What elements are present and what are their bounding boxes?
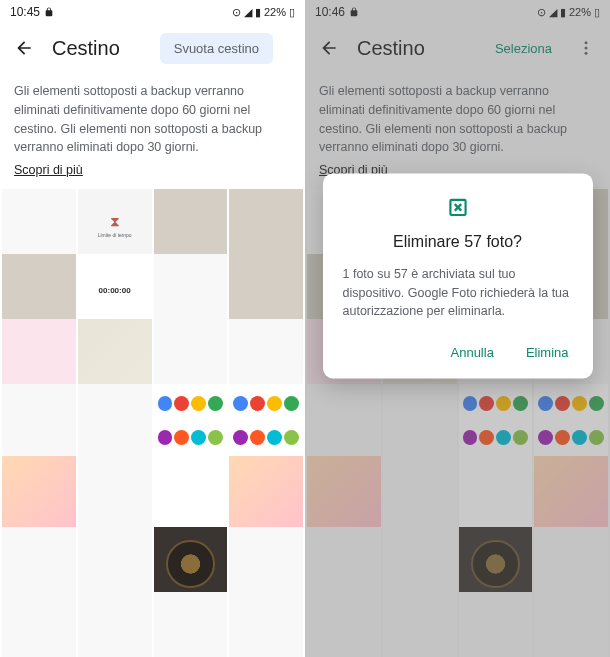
svg-point-0 [585,41,588,44]
thumbnail[interactable] [154,527,228,601]
app-bar: Cestino Seleziona [305,24,610,72]
thumbnail[interactable] [534,384,608,458]
thumbnail[interactable] [154,384,228,458]
thumbnail[interactable] [78,592,152,657]
thumbnail[interactable] [383,527,457,601]
thumbnail[interactable]: Limite di tempo [78,189,152,263]
thumbnail[interactable] [307,592,381,657]
thumbnail[interactable] [2,189,76,263]
status-time: 10:46 [315,5,345,19]
dialog-title: Eliminare 57 foto? [343,233,573,251]
back-button[interactable] [12,36,36,60]
empty-trash-button[interactable]: Svuota cestino [160,33,273,64]
signal-icon: ▮ [255,6,261,19]
thumbnail[interactable] [307,384,381,458]
trash-x-icon [444,193,472,221]
thumbnail[interactable] [78,456,152,530]
thumbnail[interactable] [154,592,228,657]
thumbnail[interactable] [229,456,303,530]
thumbnail[interactable] [534,527,608,601]
back-button[interactable] [317,36,341,60]
thumbnail[interactable] [383,456,457,530]
thumbnail[interactable] [229,189,303,263]
dialog-body: 1 foto su 57 è archiviata sul tuo dispos… [343,265,573,321]
thumbnail[interactable] [2,592,76,657]
thumbnail[interactable] [2,384,76,458]
lock-icon [44,7,54,17]
wifi-icon: ◢ [549,6,557,19]
battery-percent: 22% [569,6,591,18]
page-title: Cestino [357,37,479,60]
thumbnail[interactable] [459,527,533,601]
thumbnail[interactable] [154,456,228,530]
thumbnail[interactable] [229,527,303,601]
battery-icon: ▯ [594,6,600,19]
photo-grid: Limite di tempo 00:00:00 [0,187,305,657]
status-time: 10:45 [10,5,40,19]
thumbnail[interactable] [154,189,228,263]
thumbnail[interactable] [459,384,533,458]
confirm-delete-dialog: Eliminare 57 foto? 1 foto su 57 è archiv… [323,173,593,378]
status-bar: 10:46 ⊙ ◢ ▮ 22% ▯ [305,0,610,24]
svg-point-2 [585,52,588,55]
thumbnail[interactable] [307,456,381,530]
thumbnail[interactable] [78,384,152,458]
thumbnail[interactable] [229,592,303,657]
info-text: Gli elementi sottoposti a backup verrann… [0,72,305,163]
thumbnail[interactable] [307,527,381,601]
thumbnail[interactable] [2,456,76,530]
lock-icon [349,7,359,17]
svg-point-1 [585,47,588,50]
thumbnail[interactable] [459,456,533,530]
thumbnail[interactable] [534,592,608,657]
delete-button[interactable]: Elimina [522,340,573,367]
thumbnail[interactable] [2,254,76,328]
thumbnail[interactable] [383,384,457,458]
thumbnail[interactable] [154,319,228,393]
thumbnail[interactable] [2,319,76,393]
page-title: Cestino [52,37,144,60]
thumbnail[interactable] [78,527,152,601]
wifi-icon: ◢ [244,6,252,19]
thumbnail[interactable] [229,254,303,328]
thumbnail[interactable] [383,592,457,657]
screen-left: 10:45 ⊙ ◢ ▮ 22% ▯ Cestino Svuota cestino… [0,0,305,657]
cancel-button[interactable]: Annulla [447,340,498,367]
thumbnail[interactable] [229,319,303,393]
signal-icon: ▮ [560,6,566,19]
learn-more-link[interactable]: Scopri di più [0,163,305,187]
dialog-actions: Annulla Elimina [343,340,573,367]
status-bar: 10:45 ⊙ ◢ ▮ 22% ▯ [0,0,305,24]
thumbnail[interactable] [2,527,76,601]
thumbnail[interactable] [459,592,533,657]
more-options-button[interactable] [574,36,598,60]
select-button[interactable]: Seleziona [495,41,552,56]
thumbnail[interactable] [154,254,228,328]
thumbnail[interactable] [78,319,152,393]
battery-icon: ▯ [289,6,295,19]
battery-percent: 22% [264,6,286,18]
app-bar: Cestino Svuota cestino [0,24,305,72]
thumbnail[interactable]: 00:00:00 [78,254,152,328]
info-text: Gli elementi sottoposti a backup verrann… [305,72,610,163]
thumbnail[interactable] [534,456,608,530]
alarm-icon: ⊙ [537,6,546,19]
screen-right: 10:46 ⊙ ◢ ▮ 22% ▯ Cestino Seleziona Gli … [305,0,610,657]
alarm-icon: ⊙ [232,6,241,19]
thumbnail[interactable] [229,384,303,458]
